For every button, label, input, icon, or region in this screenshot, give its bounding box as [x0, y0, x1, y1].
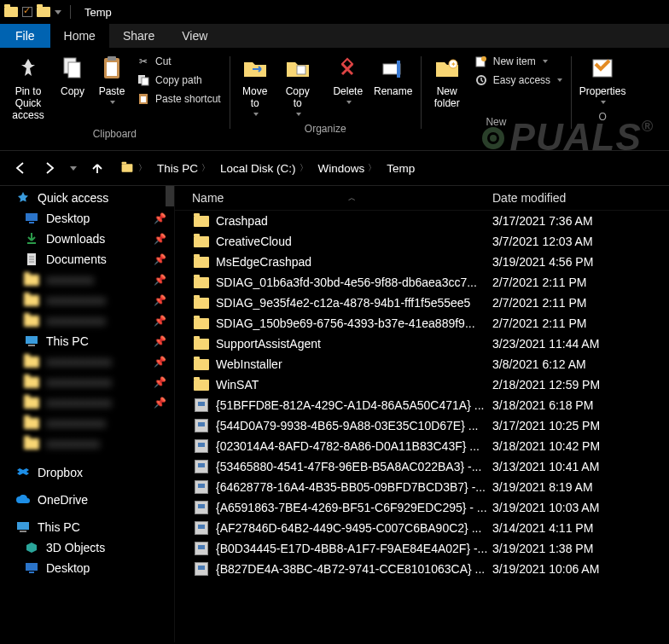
sidebar-item-blurred[interactable]: xxxxxxxxxxx📌	[0, 392, 175, 413]
file-row[interactable]: SDIAG_01b6a3fd-30bd-4e56-9f88-db6aea3cc7…	[175, 272, 669, 293]
file-date: 3/19/2021 1:38 PM	[492, 542, 669, 555]
rename-button[interactable]: Rename	[369, 51, 417, 101]
file-row[interactable]: MsEdgeCrashpad3/19/2021 4:56 PM	[175, 252, 669, 272]
sidebar-quick-access[interactable]: Quick access	[0, 188, 175, 208]
breadcrumb-root[interactable]: 〉	[114, 161, 152, 175]
file-row[interactable]: WinSAT2/18/2021 12:59 PM	[175, 374, 669, 395]
folder-icon	[194, 216, 209, 227]
chevron-right-icon: 〉	[201, 162, 210, 174]
svg-rect-27	[26, 563, 38, 571]
scissors-icon: ✂	[137, 55, 150, 68]
up-button[interactable]	[85, 156, 109, 180]
sidebar-documents[interactable]: Documents📌	[0, 249, 175, 270]
file-row[interactable]: {023014A4-8AFD-4782-8A86-D0A11B83C43F} .…	[175, 436, 669, 456]
file-date: 2/7/2021 2:11 PM	[492, 316, 669, 330]
svg-point-17	[481, 56, 486, 61]
sidebar-3d-objects[interactable]: 3D Objects	[0, 537, 175, 558]
qat-dropdown-icon[interactable]	[55, 10, 61, 15]
sidebar-item-blurred[interactable]: xxxxxxxxxxx📌	[0, 372, 175, 392]
file-row[interactable]: WebInstaller3/8/2021 6:12 AM	[175, 354, 669, 374]
dropbox-icon	[15, 466, 31, 479]
sidebar-item-blurred[interactable]: xxxxxxxxxx📌	[0, 310, 175, 331]
sidebar-desktop[interactable]: Desktop📌	[0, 208, 175, 229]
ribbon-tabs: File Home Share View	[0, 24, 669, 48]
breadcrumb-local-disk[interactable]: Local Disk (C:)〉	[215, 162, 313, 175]
svg-rect-8	[142, 78, 148, 85]
file-row[interactable]: SDIAG_9e35f4e2-c12a-4878-94b1-fff1f5e55e…	[175, 293, 669, 313]
pin-icon: 📌	[154, 253, 166, 265]
file-row[interactable]: {B827DE4A-38BC-4B72-9741-CCE8101063CA} .…	[175, 559, 669, 579]
paste-button[interactable]: Paste	[92, 51, 131, 107]
paste-shortcut-button[interactable]: Paste shortcut	[135, 90, 223, 107]
sidebar-downloads[interactable]: Downloads📌	[0, 229, 175, 249]
group-organize: Move to Copy to Delete Rename Organize	[230, 51, 421, 149]
file-row[interactable]: {AF27846D-64B2-449C-9495-C007C6BA90C2} .…	[175, 518, 669, 538]
file-icon	[195, 521, 208, 535]
sidebar-desktop2[interactable]: Desktop	[0, 558, 175, 578]
cut-button[interactable]: ✂Cut	[135, 53, 223, 70]
properties-button[interactable]: Properties	[575, 51, 630, 107]
new-item-button[interactable]: New item	[473, 53, 564, 70]
column-header-date[interactable]: Date modified	[492, 191, 669, 205]
copy-to-button[interactable]: Copy to	[276, 51, 319, 119]
file-row[interactable]: SupportAssistAgent3/23/2021 11:44 AM	[175, 334, 669, 354]
file-row[interactable]: {B0D34445-E17D-4BB8-A1F7-F9AE84E4A02F} -…	[175, 538, 669, 559]
delete-button[interactable]: Delete	[327, 51, 369, 107]
pin-to-quick-access-button[interactable]: Pin to Quick access	[3, 51, 53, 125]
svg-rect-13	[397, 61, 400, 78]
breadcrumb-windows[interactable]: Windows〉	[313, 162, 382, 175]
group-open: Properties O	[572, 51, 633, 149]
file-row[interactable]: SDIAG_150b9e69-6756-4393-b37e-41ea889f9.…	[175, 313, 669, 334]
sidebar-item-blurred[interactable]: xxxxxxxxxxx📌	[0, 351, 175, 372]
move-to-button[interactable]: Move to	[234, 51, 276, 119]
file-name: CreativeCloud	[216, 235, 492, 248]
folder-icon	[24, 293, 39, 307]
sidebar-item-blurred[interactable]: xxxxxxxxxx	[0, 413, 175, 433]
svg-text:✦: ✦	[450, 61, 456, 68]
file-list[interactable]: Name︿ Date modified Crashpad3/17/2021 7:…	[175, 186, 669, 642]
back-button[interactable]	[9, 156, 32, 180]
recent-locations-button[interactable]	[67, 156, 80, 180]
sidebar-item-blurred[interactable]: xxxxxxxxxx📌	[0, 290, 175, 310]
file-date: 3/18/2021 6:18 PM	[492, 398, 669, 412]
file-icon	[195, 542, 208, 555]
file-row[interactable]: Crashpad3/17/2021 7:36 AM	[175, 211, 669, 231]
file-row[interactable]: {64628778-16A4-4B35-BB05-09BFD7BCD3B7} -…	[175, 477, 669, 497]
qat-checkbox-icon[interactable]	[22, 7, 32, 17]
chevron-down-icon	[296, 113, 301, 116]
tab-home[interactable]: Home	[50, 24, 109, 48]
breadcrumb-this-pc[interactable]: This PC〉	[152, 162, 215, 175]
easy-access-button[interactable]: Easy access	[473, 72, 564, 89]
sidebar-this-pc-pinned[interactable]: This PC📌	[0, 331, 175, 351]
sidebar-item-blurred[interactable]: xxxxxxxx📌	[0, 270, 175, 290]
file-row[interactable]: {51BFFD8E-812A-429C-A1D4-86A5A50C471A} .…	[175, 395, 669, 415]
copy-button[interactable]: Copy	[53, 51, 92, 101]
file-row[interactable]: {A6591863-7BE4-4269-BF51-C6F929EDC295} -…	[175, 497, 669, 518]
scrollbar-thumb[interactable]	[166, 186, 174, 206]
file-name: {B827DE4A-38BC-4B72-9741-CCE8101063CA} .…	[216, 562, 492, 576]
column-header-name[interactable]: Name︿	[192, 191, 492, 205]
tab-share[interactable]: Share	[109, 24, 168, 48]
navigation-pane[interactable]: Quick access Desktop📌 Downloads📌 Documen…	[0, 186, 175, 642]
sidebar-item-blurred[interactable]: xxxxxxxxx	[0, 433, 175, 454]
copy-path-button[interactable]: Copy path	[135, 72, 223, 89]
chevron-down-icon	[110, 101, 115, 104]
file-row[interactable]: {53465880-4541-47F8-96EB-B5A8AC022BA3} -…	[175, 456, 669, 477]
file-row[interactable]: CreativeCloud3/7/2021 12:03 AM	[175, 231, 669, 252]
chevron-down-icon	[70, 166, 77, 171]
file-row[interactable]: {544D0A79-9938-4B65-9A88-03E35C10D67E} .…	[175, 415, 669, 436]
sidebar-this-pc[interactable]: This PC	[0, 517, 175, 537]
sidebar-onedrive[interactable]: OneDrive	[0, 490, 175, 510]
tab-file[interactable]: File	[0, 24, 50, 48]
copy-to-icon	[284, 55, 311, 82]
file-icon	[195, 460, 208, 473]
address-bar[interactable]: 〉 This PC〉 Local Disk (C:)〉 Windows〉 Tem…	[114, 157, 660, 179]
svg-rect-24	[28, 345, 35, 346]
sidebar-dropbox[interactable]: Dropbox	[0, 462, 175, 483]
breadcrumb-temp[interactable]: Temp	[381, 162, 420, 175]
file-date: 3/19/2021 10:03 AM	[492, 501, 669, 514]
tab-view[interactable]: View	[168, 24, 221, 48]
forward-button[interactable]	[38, 156, 61, 180]
pin-icon: 📌	[154, 274, 166, 286]
new-folder-button[interactable]: ✦ New folder	[425, 51, 469, 113]
